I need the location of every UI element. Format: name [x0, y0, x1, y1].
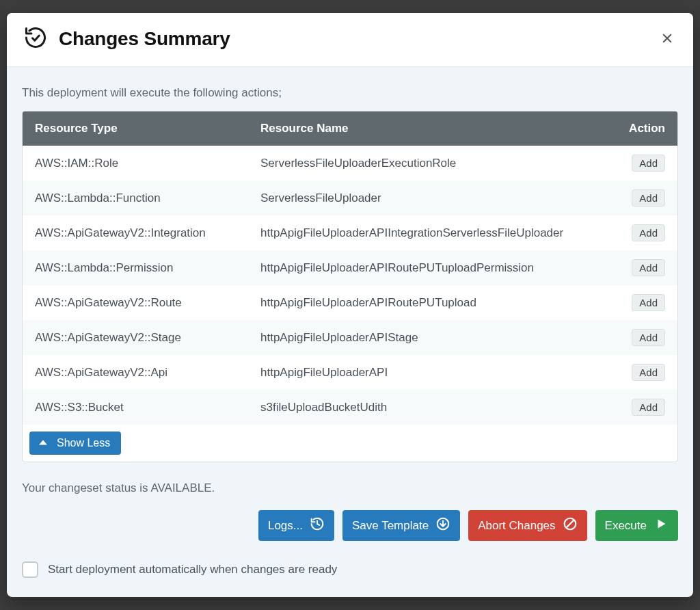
action-bar: Logs... Save Template Abort Changes — [22, 510, 678, 541]
action-badge: Add — [632, 224, 665, 241]
logs-button[interactable]: Logs... — [258, 510, 334, 541]
action-badge: Add — [632, 364, 665, 381]
cell-resource-name: ServerlessFileUploader — [260, 191, 610, 205]
changes-table: Resource Type Resource Name Action AWS::… — [22, 111, 678, 462]
status-text: Your changeset status is AVAILABLE. — [22, 481, 678, 495]
auto-start-row: Start deployment automatically when chan… — [22, 561, 678, 578]
dialog-title: Changes Summary — [59, 28, 230, 50]
col-header-type: Resource Type — [35, 122, 260, 135]
cell-resource-type: AWS::ApiGatewayV2::Api — [35, 366, 260, 380]
cell-action: Add — [610, 189, 665, 207]
abort-label: Abort Changes — [478, 519, 555, 533]
intro-text: This deployment will execute the followi… — [22, 86, 678, 100]
action-badge: Add — [632, 155, 665, 172]
cell-resource-name: s3fileUploadBucketUdith — [260, 401, 610, 414]
cancel-circle-icon — [563, 516, 578, 535]
cell-resource-name: httpApigFileUploaderAPIStage — [260, 331, 610, 345]
svg-line-6 — [566, 520, 574, 528]
save-template-label: Save Template — [352, 519, 429, 533]
cell-resource-name: httpApigFileUploaderAPIRoutePUTuploadPer… — [260, 261, 610, 275]
action-badge: Add — [632, 399, 665, 416]
changes-summary-dialog: Changes Summary This deployment will exe… — [7, 13, 693, 597]
caret-up-icon — [39, 437, 47, 449]
show-less-label: Show Less — [57, 437, 110, 449]
action-badge: Add — [632, 259, 665, 276]
cell-resource-type: AWS::Lambda::Permission — [35, 261, 260, 275]
dialog-header: Changes Summary — [7, 13, 693, 67]
cell-action: Add — [610, 364, 665, 381]
cell-resource-type: AWS::IAM::Role — [35, 157, 260, 170]
action-badge: Add — [632, 329, 665, 346]
action-badge: Add — [632, 189, 665, 207]
history-icon — [310, 516, 325, 535]
table-row: AWS::ApiGatewayV2::RoutehttpApigFileUplo… — [23, 285, 677, 320]
action-badge: Add — [632, 294, 665, 311]
auto-start-label[interactable]: Start deployment automatically when chan… — [48, 563, 337, 576]
cell-resource-type: AWS::ApiGatewayV2::Integration — [35, 226, 260, 240]
execute-button[interactable]: Execute — [595, 510, 678, 541]
cell-resource-type: AWS::Lambda::Function — [35, 191, 260, 205]
play-icon — [654, 516, 669, 535]
table-row: AWS::ApiGatewayV2::StagehttpApigFileUplo… — [23, 320, 677, 355]
close-icon — [661, 32, 673, 47]
cell-resource-type: AWS::ApiGatewayV2::Route — [35, 296, 260, 310]
table-row: AWS::S3::Buckets3fileUploadBucketUdithAd… — [23, 390, 677, 425]
cell-resource-name: httpApigFileUploaderAPIIntegrationServer… — [260, 226, 610, 240]
cell-resource-name: ServerlessFileUploaderExecutionRole — [260, 157, 610, 170]
table-body: AWS::IAM::RoleServerlessFileUploaderExec… — [23, 146, 677, 425]
cell-action: Add — [610, 329, 665, 346]
col-header-action: Action — [610, 122, 665, 135]
refresh-check-icon — [23, 25, 48, 53]
table-row: AWS::Lambda::PermissionhttpApigFileUploa… — [23, 250, 677, 285]
cell-action: Add — [610, 399, 665, 416]
cell-action: Add — [610, 294, 665, 311]
table-row: AWS::ApiGatewayV2::ApihttpApigFileUpload… — [23, 355, 677, 390]
download-circle-icon — [435, 516, 450, 535]
cell-action: Add — [610, 259, 665, 276]
table-row: AWS::Lambda::FunctionServerlessFileUploa… — [23, 181, 677, 215]
dialog-body: This deployment will execute the followi… — [7, 67, 693, 597]
save-template-button[interactable]: Save Template — [342, 510, 460, 541]
cell-resource-name: httpApigFileUploaderAPI — [260, 366, 610, 380]
svg-marker-2 — [39, 440, 47, 445]
cell-action: Add — [610, 224, 665, 241]
table-footer: Show Less — [23, 425, 677, 462]
close-button[interactable] — [658, 29, 677, 49]
logs-label: Logs... — [268, 519, 303, 533]
abort-changes-button[interactable]: Abort Changes — [468, 510, 587, 541]
table-row: AWS::IAM::RoleServerlessFileUploaderExec… — [23, 146, 677, 181]
col-header-name: Resource Name — [260, 122, 610, 135]
execute-label: Execute — [605, 519, 647, 533]
cell-action: Add — [610, 155, 665, 172]
cell-resource-type: AWS::ApiGatewayV2::Stage — [35, 331, 260, 345]
svg-marker-7 — [658, 520, 665, 529]
table-row: AWS::ApiGatewayV2::IntegrationhttpApigFi… — [23, 215, 677, 250]
auto-start-checkbox[interactable] — [22, 561, 38, 578]
cell-resource-name: httpApigFileUploaderAPIRoutePUTupload — [260, 296, 610, 310]
cell-resource-type: AWS::S3::Bucket — [35, 401, 260, 414]
show-less-button[interactable]: Show Less — [29, 432, 121, 455]
table-header-row: Resource Type Resource Name Action — [23, 111, 677, 146]
